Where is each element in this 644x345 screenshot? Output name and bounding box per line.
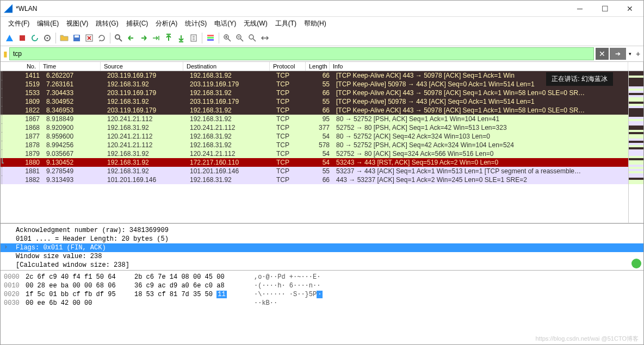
watermark: https://blog.csdn.net/wai @51CTO博客: [536, 335, 639, 343]
svg-rect-4: [75, 35, 79, 37]
packet-row[interactable]: 14116.262207203.119.169.179192.168.31.92…: [1, 71, 628, 80]
first-button[interactable]: [163, 32, 175, 44]
bookmark-icon[interactable]: ▮: [2, 48, 9, 59]
filter-add-button[interactable]: +: [634, 49, 642, 58]
packet-details-pane[interactable]: Acknowledgment number (raw): 3481369909 …: [1, 223, 643, 270]
app-icon: [4, 4, 13, 13]
stop-capture-button[interactable]: [16, 32, 28, 44]
packet-row[interactable]: 18778.959600120.241.21.112192.168.31.92T…: [1, 132, 628, 141]
detail-flags[interactable]: Flags: 0x011 (FIN, ACK): [1, 243, 643, 252]
packet-row[interactable]: 18228.346953203.119.169.179192.168.31.92…: [1, 106, 628, 115]
menu-tel[interactable]: 电话(Y): [211, 18, 239, 29]
col-info[interactable]: Info: [330, 62, 628, 71]
svg-rect-0: [20, 35, 25, 41]
detail-hdr-len[interactable]: 0101 .... = Header Length: 20 bytes (5): [11, 235, 643, 243]
menu-go[interactable]: 跳转(G): [92, 18, 121, 29]
packet-minimap[interactable]: [628, 71, 643, 223]
filter-clear-button[interactable]: ✕: [596, 48, 609, 60]
packet-row[interactable]: 15197.263161192.168.31.92203.119.169.179…: [1, 80, 628, 89]
packet-row[interactable]: 18788.994256120.241.21.112192.168.31.92T…: [1, 141, 628, 149]
start-capture-button[interactable]: [4, 32, 16, 44]
packet-list-header: No. Time Source Destination Protocol Len…: [1, 61, 643, 71]
detail-ack-raw[interactable]: Acknowledgment number (raw): 3481369909: [11, 226, 643, 235]
svg-rect-9: [207, 37, 214, 39]
toolbar: [1, 30, 643, 46]
detail-win-val[interactable]: Window size value: 238: [11, 252, 643, 261]
packet-bytes-pane[interactable]: 00002c 6f c9 40 f4 f1 50 64 2b c6 7e 14 …: [1, 270, 643, 335]
col-proto[interactable]: Protocol: [270, 62, 306, 71]
packet-list[interactable]: 正在讲话: 幻海蓝冰 14116.262207203.119.169.17919…: [1, 71, 628, 223]
packet-row[interactable]: 18799.035667192.168.31.92120.241.21.112T…: [1, 149, 628, 158]
packet-row[interactable]: 18829.313493101.201.169.146192.168.31.92…: [1, 175, 628, 184]
col-time[interactable]: Time: [40, 62, 101, 71]
packet-row[interactable]: 18678.918849120.241.21.112192.168.31.92T…: [1, 115, 628, 123]
find-button[interactable]: [113, 32, 125, 44]
svg-rect-8: [207, 35, 214, 36]
window-title: *WLAN: [16, 5, 567, 12]
titlebar: *WLAN ─ ☐ ✕: [1, 1, 643, 17]
filter-history-dropdown[interactable]: ▾: [626, 51, 634, 57]
svg-point-6: [115, 35, 120, 39]
last-button[interactable]: [175, 32, 187, 44]
filter-apply-button[interactable]: ➔: [610, 48, 626, 60]
close-button[interactable]: ✕: [617, 1, 642, 17]
detail-calc-win[interactable]: [Calculated window size: 238]: [11, 261, 643, 269]
speaking-tooltip: 正在讲话: 幻海蓝冰: [546, 72, 613, 86]
packet-row[interactable]: 18688.920900192.168.31.92120.241.21.112T…: [1, 123, 628, 132]
auto-scroll-button[interactable]: [188, 32, 200, 44]
col-src[interactable]: Source: [101, 62, 183, 71]
expand-icon[interactable]: ›: [4, 243, 8, 251]
svg-point-13: [249, 35, 253, 39]
menu-view[interactable]: 视图(V): [63, 18, 91, 29]
colorize-button[interactable]: [205, 32, 216, 44]
menu-capture[interactable]: 捕获(C): [123, 18, 152, 29]
options-button[interactable]: [41, 32, 53, 44]
next-button[interactable]: [138, 32, 150, 44]
packet-row[interactable]: 15337.304433203.119.169.179192.168.31.92…: [1, 89, 628, 97]
resize-cols-button[interactable]: [259, 32, 271, 44]
col-len[interactable]: Length: [306, 62, 330, 71]
expert-indicator[interactable]: [631, 259, 641, 268]
menubar: 文件(F) 编辑(E) 视图(V) 跳转(G) 捕获(C) 分析(A) 统计(S…: [1, 17, 643, 30]
restart-capture-button[interactable]: [29, 32, 41, 44]
menu-help[interactable]: 帮助(H): [301, 18, 330, 29]
packet-row[interactable]: 18098.304952192.168.31.92203.119.169.179…: [1, 97, 628, 106]
svg-rect-10: [207, 39, 214, 41]
packet-row[interactable]: 18809.130452192.168.31.92172.217.160.110…: [1, 158, 628, 167]
maximize-button[interactable]: ☐: [592, 1, 617, 17]
col-dst[interactable]: Destination: [183, 62, 270, 71]
minimize-button[interactable]: ─: [567, 1, 592, 17]
menu-stats[interactable]: 统计(S): [182, 18, 210, 29]
menu-edit[interactable]: 编辑(E): [34, 18, 62, 29]
packet-row[interactable]: 18819.278549192.168.31.92101.201.169.146…: [1, 167, 628, 175]
menu-analyze[interactable]: 分析(A): [152, 18, 181, 29]
menu-wireless[interactable]: 无线(W): [240, 18, 270, 29]
filter-bar: ▮ ✕ ➔ ▾ +: [1, 46, 643, 61]
prev-button[interactable]: [125, 32, 137, 44]
svg-point-2: [47, 37, 48, 39]
zoom-out-button[interactable]: [234, 32, 246, 44]
open-button[interactable]: [58, 32, 70, 44]
save-button[interactable]: [71, 32, 83, 44]
col-no[interactable]: No.: [1, 62, 40, 71]
close-file-button[interactable]: [83, 32, 95, 44]
menu-file[interactable]: 文件(F): [5, 18, 33, 29]
display-filter-input[interactable]: [9, 47, 594, 60]
goto-button[interactable]: [150, 32, 162, 44]
menu-tools[interactable]: 工具(T): [272, 18, 300, 29]
zoom-reset-button[interactable]: [246, 32, 258, 44]
zoom-in-button[interactable]: [221, 32, 233, 44]
reload-button[interactable]: [96, 32, 108, 44]
